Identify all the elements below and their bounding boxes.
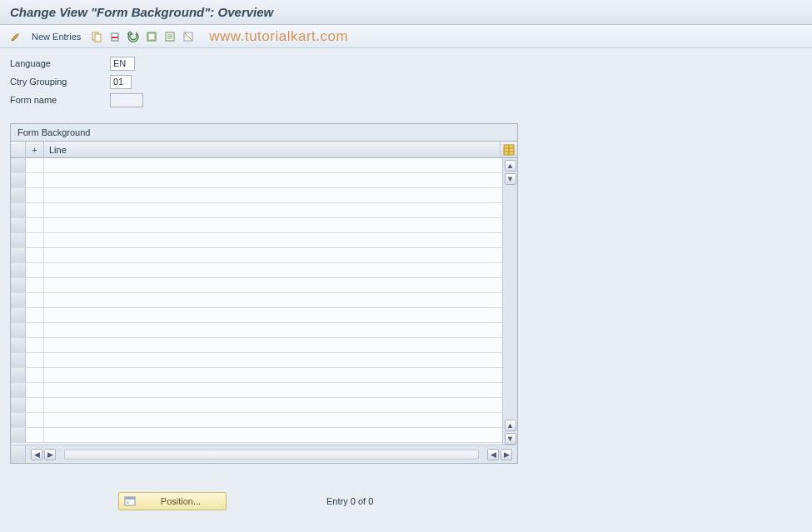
scroll-right-icon[interactable]: ▶ [44, 449, 56, 460]
table-row[interactable] [11, 173, 502, 188]
row-line-cell[interactable] [44, 188, 502, 202]
row-selector[interactable] [11, 383, 26, 397]
toggle-display-change-icon[interactable] [8, 29, 23, 44]
row-line-cell[interactable] [44, 248, 502, 262]
ctry-grouping-value[interactable]: 01 [110, 75, 132, 89]
table-row[interactable] [11, 368, 502, 383]
row-selector[interactable] [11, 413, 26, 427]
table-row[interactable] [11, 323, 502, 338]
form-name-value[interactable] [110, 93, 143, 107]
row-plus-cell[interactable] [26, 383, 44, 397]
row-selector[interactable] [11, 233, 26, 247]
scroll-track[interactable] [64, 450, 479, 460]
row-selector[interactable] [11, 353, 26, 367]
row-line-cell[interactable] [44, 278, 502, 292]
row-line-cell[interactable] [44, 338, 502, 352]
table-row[interactable] [11, 413, 502, 428]
horizontal-scrollbar[interactable]: ◀ ▶ ◀ ▶ [11, 445, 517, 463]
row-plus-cell[interactable] [26, 203, 44, 217]
vertical-scrollbar[interactable]: ▲ ▼ ▲ ▼ [502, 158, 517, 445]
column-selector[interactable] [11, 142, 26, 157]
row-plus-cell[interactable] [26, 308, 44, 322]
scroll-left-end-icon[interactable]: ◀ [487, 449, 499, 460]
copy-as-icon[interactable] [89, 29, 104, 44]
row-selector[interactable] [11, 278, 26, 292]
select-all-icon[interactable] [144, 29, 159, 44]
row-line-cell[interactable] [44, 218, 502, 232]
row-selector[interactable] [11, 398, 26, 412]
row-line-cell[interactable] [44, 158, 502, 172]
row-line-cell[interactable] [44, 323, 502, 337]
row-plus-cell[interactable] [26, 188, 44, 202]
row-selector[interactable] [11, 293, 26, 307]
row-line-cell[interactable] [44, 263, 502, 277]
row-line-cell[interactable] [44, 398, 502, 412]
table-row[interactable] [11, 293, 502, 308]
new-entries-button[interactable]: New Entries [27, 30, 86, 43]
row-plus-cell[interactable] [26, 263, 44, 277]
row-plus-cell[interactable] [26, 368, 44, 382]
scroll-up-icon[interactable]: ▲ [505, 160, 516, 172]
row-line-cell[interactable] [44, 308, 502, 322]
column-line[interactable]: Line [44, 142, 501, 157]
row-plus-cell[interactable] [26, 353, 44, 367]
row-line-cell[interactable] [44, 383, 502, 397]
table-row[interactable] [11, 203, 502, 218]
row-plus-cell[interactable] [26, 413, 44, 427]
row-plus-cell[interactable] [26, 323, 44, 337]
row-selector[interactable] [11, 308, 26, 322]
row-selector[interactable] [11, 338, 26, 352]
position-button[interactable]: Position... [118, 492, 227, 510]
row-selector[interactable] [11, 248, 26, 262]
table-row[interactable] [11, 428, 502, 443]
scroll-right-end-icon[interactable]: ▶ [501, 449, 512, 460]
row-plus-cell[interactable] [26, 398, 44, 412]
deselect-all-icon[interactable] [181, 29, 196, 44]
row-line-cell[interactable] [44, 353, 502, 367]
table-row[interactable] [11, 338, 502, 353]
table-row[interactable] [11, 398, 502, 413]
row-selector[interactable] [11, 323, 26, 337]
scroll-left-icon[interactable]: ◀ [31, 449, 42, 460]
row-plus-cell[interactable] [26, 293, 44, 307]
table-row[interactable] [11, 188, 502, 203]
row-selector[interactable] [11, 218, 26, 232]
scroll-down-icon[interactable]: ▼ [505, 173, 516, 185]
row-line-cell[interactable] [44, 428, 502, 442]
scroll-up-bottom-icon[interactable]: ▲ [505, 420, 516, 431]
row-selector[interactable] [11, 158, 26, 172]
row-line-cell[interactable] [44, 233, 502, 247]
row-selector[interactable] [11, 173, 26, 187]
select-block-icon[interactable] [162, 29, 177, 44]
row-line-cell[interactable] [44, 203, 502, 217]
row-plus-cell[interactable] [26, 233, 44, 247]
row-line-cell[interactable] [44, 413, 502, 427]
table-row[interactable] [11, 278, 502, 293]
undo-change-icon[interactable] [126, 29, 141, 44]
row-line-cell[interactable] [44, 293, 502, 307]
column-plus[interactable]: + [26, 142, 44, 157]
row-selector[interactable] [11, 368, 26, 382]
table-row[interactable] [11, 233, 502, 248]
row-plus-cell[interactable] [26, 158, 44, 172]
row-plus-cell[interactable] [26, 428, 44, 442]
row-selector[interactable] [11, 263, 26, 277]
table-row[interactable] [11, 218, 502, 233]
table-row[interactable] [11, 383, 502, 398]
table-row[interactable] [11, 248, 502, 263]
row-plus-cell[interactable] [26, 338, 44, 352]
row-line-cell[interactable] [44, 173, 502, 187]
row-selector[interactable] [11, 428, 26, 442]
row-line-cell[interactable] [44, 368, 502, 382]
table-row[interactable] [11, 263, 502, 278]
table-settings-icon[interactable] [501, 142, 517, 157]
table-row[interactable] [11, 158, 502, 173]
row-plus-cell[interactable] [26, 248, 44, 262]
row-selector[interactable] [11, 188, 26, 202]
language-value[interactable]: EN [110, 57, 135, 71]
row-selector[interactable] [11, 203, 26, 217]
row-plus-cell[interactable] [26, 278, 44, 292]
delete-icon[interactable] [107, 29, 122, 44]
table-row[interactable] [11, 353, 502, 368]
scroll-down-bottom-icon[interactable]: ▼ [505, 433, 516, 445]
